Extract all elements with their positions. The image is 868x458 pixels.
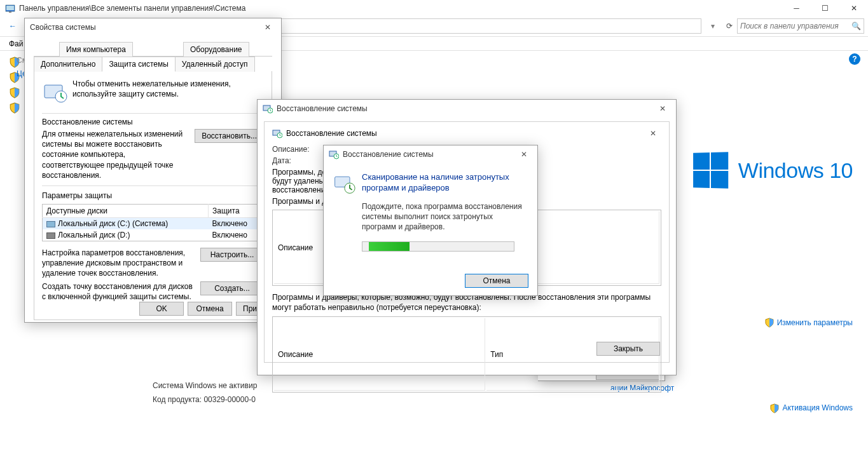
refresh-button[interactable]: ⟳ — [722, 18, 737, 34]
tab-system-protection[interactable]: Защита системы — [102, 57, 175, 72]
restore-icon — [329, 149, 339, 159]
cancel-button[interactable]: Отмена — [188, 302, 232, 316]
close-icon[interactable]: ✕ — [654, 102, 671, 115]
activate-windows-label: Активация Windows — [782, 403, 853, 414]
disk-icon — [46, 221, 55, 227]
disk-status: Включено — [209, 217, 264, 229]
dialog-title: Восстановление системы — [277, 104, 654, 113]
dialog-titlebar[interactable]: Свойства системы ✕ — [25, 18, 281, 36]
addr-dropdown-button[interactable]: ▾ — [704, 17, 722, 35]
configure-button[interactable]: Настроить... — [200, 248, 264, 262]
search-box[interactable]: 🔍 — [737, 18, 864, 34]
activate-windows-link[interactable]: Активация Windows — [769, 403, 853, 414]
protection-params-header: Параметры защиты — [42, 191, 264, 200]
shield-icon — [9, 102, 20, 114]
minimize-button[interactable]: ─ — [782, 0, 811, 16]
shield-icon — [9, 87, 20, 98]
windows10-logo: Windows 10 — [692, 152, 853, 188]
ok-button[interactable]: OK — [139, 302, 184, 316]
disk-name: Локальный диск (C:) (Система) — [58, 219, 168, 228]
restore-button[interactable]: Восстановить... — [195, 129, 264, 143]
product-id-text: Код продукта: 00329-00000-0 — [153, 395, 257, 404]
desc-label: Описание: — [272, 145, 310, 154]
change-settings-label: Изменить параметры — [777, 318, 853, 327]
svg-rect-2 — [9, 11, 11, 13]
system-properties-dialog: Свойства системы ✕ Имя компьютера Оборуд… — [24, 18, 282, 323]
restore-icon — [272, 128, 282, 138]
windows-logo-icon — [693, 152, 728, 188]
scan-heading: Сканирование на наличие затронутых прогр… — [362, 172, 528, 194]
shield-icon — [764, 318, 775, 328]
scan-description: Подождите, пока программа восстановления… — [362, 201, 528, 232]
configure-desc: Настройка параметров восстановления, упр… — [42, 248, 200, 279]
tab-remote-access[interactable]: Удаленный доступ — [175, 57, 255, 72]
windows10-text: Windows 10 — [738, 158, 853, 183]
change-settings-link[interactable]: Изменить параметры — [764, 318, 853, 328]
tab-hardware[interactable]: Оборудование — [183, 42, 249, 57]
scan-heading-row: Сканирование на наличие затронутых прогр… — [333, 172, 528, 195]
titlebar: Панель управления\Все элементы панели уп… — [0, 0, 868, 16]
tab-computer-name[interactable]: Имя компьютера — [59, 42, 133, 57]
maximize-button[interactable]: ☐ — [811, 0, 839, 16]
dialog-title: Восстановление системы — [343, 150, 516, 159]
restore-section-header: Восстановление системы — [42, 118, 264, 126]
search-icon: 🔍 — [851, 22, 861, 30]
window-title: Панель управления\Все элементы панели уп… — [19, 4, 863, 13]
close-icon[interactable]: ✕ — [259, 21, 276, 34]
restore-desc: Для отмены нежелательных изменений систе… — [42, 129, 195, 180]
inner-title-row: Восстановление системы ✕ — [272, 127, 661, 140]
dialog-buttons: OK Отмена Приме — [139, 302, 273, 316]
scanning-dialog: Восстановление системы ✕ Сканирование на… — [323, 145, 538, 296]
create-button[interactable]: Создать... — [200, 281, 264, 295]
restore-icon — [263, 104, 273, 114]
hint-row: Чтобы отменить нежелательные изменения, … — [42, 79, 264, 104]
disks-table[interactable]: Доступные диски Защита Локальный диск (C… — [42, 204, 264, 241]
date-label: Дата: — [272, 156, 291, 165]
system-restore-icon — [333, 172, 355, 195]
close-icon[interactable]: ✕ — [645, 127, 661, 140]
disk-row[interactable]: Локальный диск (D:) Включено — [43, 229, 264, 241]
search-input[interactable] — [740, 22, 851, 30]
activation-link-row: Активация Windows — [769, 403, 853, 415]
system-protection-icon — [42, 79, 67, 104]
create-desc: Создать точку восстановления для дисков … — [42, 281, 200, 302]
cancel-button[interactable]: Отмена — [465, 274, 528, 288]
close-button[interactable]: Закрыть — [596, 342, 660, 356]
shield-icon — [769, 403, 780, 414]
close-icon[interactable]: ✕ — [516, 148, 532, 161]
activation-area: Система Windows не активир Код продукта:… — [153, 381, 257, 409]
dialog-titlebar[interactable]: Восстановление системы ✕ — [324, 145, 537, 163]
tabs-row2: Дополнительно Защита системы Удаленный д… — [34, 56, 272, 71]
col-protection[interactable]: Защита — [209, 204, 264, 217]
help-icon[interactable]: ? — [849, 53, 860, 65]
progress-bar — [362, 241, 514, 252]
disk-name: Локальный диск (D:) — [58, 231, 130, 239]
control-panel-icon — [5, 3, 15, 13]
col-description[interactable]: Описание — [274, 318, 485, 391]
disk-row[interactable]: Локальный диск (C:) (Система) Включено — [43, 217, 264, 229]
tab-additional[interactable]: Дополнительно — [34, 57, 102, 72]
col-disks[interactable]: Доступные диски — [43, 204, 209, 217]
window-controls: ─ ☐ ✕ — [782, 0, 868, 16]
svg-rect-1 — [6, 6, 14, 10]
hint-text: Чтобы отменить нежелательные изменения, … — [72, 79, 264, 99]
not-activated-text: Система Windows не активир — [153, 381, 257, 390]
right-links: Изменить параметры — [764, 318, 853, 332]
tab-body: Чтобы отменить нежелательные изменения, … — [34, 71, 272, 320]
dialog-title: Свойства системы — [30, 23, 259, 32]
inner-title: Восстановление системы — [286, 129, 377, 138]
progress-fill — [369, 242, 410, 251]
back-button[interactable]: ← — [4, 17, 22, 35]
close-button[interactable]: ✕ — [839, 0, 868, 16]
disk-status: Включено — [209, 229, 264, 241]
tabs-row1: Имя компьютера Оборудование — [34, 41, 272, 57]
dialog-titlebar[interactable]: Восстановление системы ✕ — [258, 100, 676, 118]
disk-icon — [46, 232, 55, 239]
